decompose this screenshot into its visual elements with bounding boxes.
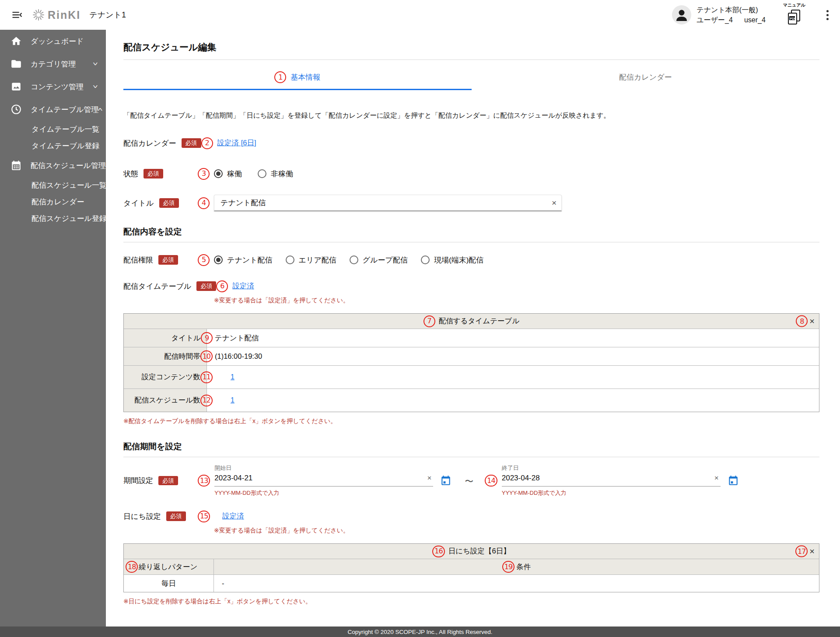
annotation-1: 1 — [274, 71, 286, 83]
timetable-table: 7 配信するタイムテーブル 8 × タイトル 9 テナント配信 配信時間帯 10 — [123, 313, 819, 412]
sidebar-item-schedule-register[interactable]: 配信スケジュール登録 — [0, 210, 106, 227]
table-row: タイトル 9 テナント配信 — [124, 329, 819, 347]
close-icon[interactable]: × — [808, 316, 816, 326]
sidebar-item-timetable-list[interactable]: タイムテーブル一覧 — [0, 121, 106, 137]
dates-delete-note: ※日にち設定を削除する場合は右上「x」ボタンを押してください。 — [123, 598, 819, 606]
date-format-hint: YYYY-MM-DD形式で入力 — [502, 489, 721, 497]
clear-icon[interactable]: × — [713, 474, 721, 483]
end-date-label: 終了日 — [502, 464, 721, 472]
chevron-down-icon: ˅ — [93, 61, 98, 67]
field-label: 配信権限 — [123, 255, 153, 265]
top-bar-right: テナント本部(一般) ユーザー_4 user_4 マニュアル PDF — [672, 2, 830, 28]
required-badge: 必須 — [144, 169, 163, 178]
annotation-14: 14 — [485, 475, 497, 486]
main-content: 配信スケジュール編集 1 基本情報 配信カレンダー 「配信タイムテーブル」「配信… — [106, 30, 840, 626]
row-label: 配信スケジュール数 — [134, 396, 200, 405]
manual-label: マニュアル — [783, 2, 805, 8]
field-label: 配信カレンダー — [123, 138, 176, 148]
schedule-count-link[interactable]: 1 — [231, 396, 234, 404]
logo-burst-icon — [32, 8, 45, 21]
user-org: テナント本部(一般) — [696, 5, 765, 15]
column-header: 条件 — [516, 562, 531, 572]
table-row: 配信スケジュール数 12 1 — [124, 388, 819, 412]
app-root: RinKI テナント1 テナント本部(一般) ユーザー_4 user_4 マニュ… — [0, 0, 840, 637]
tab-basic-info[interactable]: 1 基本情報 — [123, 60, 472, 90]
table-row: 配信時間帯 10 (1)16:00-19:30 — [124, 347, 819, 365]
timetable-table-title: 配信するタイムテーブル — [439, 316, 520, 326]
sidebar-item-timetable-register[interactable]: タイムテーブル登録 — [0, 137, 106, 154]
chevron-up-icon: ˄ — [98, 106, 103, 113]
sidebar-item-delivery-calendar[interactable]: 配信カレンダー — [0, 193, 106, 210]
section-delivery-content: 配信内容を設定 — [123, 226, 819, 242]
timetable-configured-link[interactable]: 設定済 — [232, 281, 254, 291]
svg-text:PDF: PDF — [790, 17, 797, 20]
tab-label: 基本情報 — [290, 72, 320, 82]
permission-radio-tenant[interactable]: テナント配信 — [214, 255, 273, 265]
manual-pdf-button[interactable]: マニュアル PDF — [783, 2, 805, 28]
sidebar-item-contents[interactable]: コンテンツ管理 ˅ — [0, 75, 106, 98]
datepicker-icon[interactable] — [728, 475, 739, 488]
sidebar-item-dashboard[interactable]: ダッシュボード — [0, 30, 106, 52]
dates-configured-link[interactable]: 設定済 — [222, 511, 244, 521]
folder-icon — [10, 58, 22, 70]
title-input[interactable] — [214, 195, 562, 211]
required-badge: 必須 — [196, 281, 216, 291]
annotation-17: 17 — [795, 546, 808, 557]
radio-icon — [286, 256, 294, 264]
tab-bar: 1 基本情報 配信カレンダー — [123, 60, 819, 90]
permission-radio-group: テナント配信 エリア配信 グループ配信 現場(端末)配信 — [214, 255, 483, 265]
annotation-15: 15 — [198, 511, 210, 522]
app-logo[interactable]: RinKI — [32, 8, 80, 21]
close-icon[interactable]: × — [808, 546, 816, 556]
clear-icon[interactable]: × — [425, 474, 433, 483]
pattern-value: 毎日 — [161, 579, 176, 588]
calendar-configured-link[interactable]: 設定済 [6日] — [217, 138, 256, 148]
radio-icon — [258, 169, 266, 178]
row-label: 配信時間帯 — [164, 352, 200, 361]
more-menu-icon[interactable] — [825, 8, 830, 22]
timetable-change-note: ※変更する場合は「設定済」を押してください。 — [214, 297, 819, 304]
start-date-field: 開始日 × YYYY-MM-DD形式で入力 — [214, 464, 433, 497]
column-header: 繰り返しパターン — [139, 562, 197, 572]
date-range-separator: 〜 — [465, 476, 473, 487]
user-info: テナント本部(一般) ユーザー_4 user_4 — [696, 5, 765, 25]
annotation-12: 12 — [200, 395, 213, 406]
sidebar-item-schedule[interactable]: 配信スケジュール管理 ˄ — [0, 154, 106, 177]
required-badge: 必須 — [182, 138, 201, 148]
start-date-label: 開始日 — [214, 464, 433, 472]
annotation-16: 16 — [432, 546, 444, 557]
datepicker-icon[interactable] — [440, 475, 452, 488]
radio-label: 非稼働 — [271, 169, 293, 179]
top-bar: RinKI テナント1 テナント本部(一般) ユーザー_4 user_4 マニュ… — [0, 0, 840, 30]
row-value: (1)16:00-19:30 — [215, 352, 262, 360]
content-count-link[interactable]: 1 — [231, 373, 234, 381]
clear-icon[interactable]: × — [552, 198, 556, 208]
timetable-row: 配信タイムテーブル 必須 6 設定済 — [123, 278, 819, 294]
status-row: 状態 必須 3 稼働 非稼働 — [123, 166, 819, 182]
required-badge: 必須 — [159, 198, 179, 208]
annotation-9: 9 — [201, 332, 213, 344]
sidebar-item-timetable[interactable]: タイムテーブル管理 ˄ — [0, 98, 106, 121]
app-name: RinKI — [48, 9, 80, 21]
status-radio-inactive[interactable]: 非稼働 — [258, 169, 293, 179]
annotation-6: 6 — [216, 280, 228, 292]
permission-radio-area[interactable]: エリア配信 — [286, 255, 336, 265]
end-date-input[interactable] — [502, 474, 713, 483]
annotation-11: 11 — [200, 371, 213, 383]
sidebar-item-category[interactable]: カテゴリ管理 ˅ — [0, 52, 106, 75]
user-id: user_4 — [744, 15, 766, 25]
sidebar-item-schedule-list[interactable]: 配信スケジュール一覧 — [0, 177, 106, 193]
permission-radio-site[interactable]: 現場(端末)配信 — [421, 255, 483, 265]
dates-change-note: ※変更する場合は「設定済」を押してください。 — [214, 527, 819, 535]
footer: Copyright © 2020 SCOPE-JP Inc., All Righ… — [0, 626, 840, 637]
annotation-19: 19 — [502, 561, 514, 573]
start-date-input[interactable] — [214, 474, 425, 483]
user-avatar[interactable] — [672, 5, 691, 24]
delivery-calendar-row: 配信カレンダー 必須 2 設定済 [6日] — [123, 135, 819, 151]
status-radio-active[interactable]: 稼働 — [214, 169, 242, 179]
menu-open-icon[interactable] — [11, 8, 24, 21]
permission-radio-group-opt[interactable]: グループ配信 — [350, 255, 408, 265]
annotation-7: 7 — [424, 315, 435, 327]
row-label: 設定コンテンツ数 — [142, 372, 200, 382]
tab-delivery-calendar[interactable]: 配信カレンダー — [472, 60, 820, 90]
